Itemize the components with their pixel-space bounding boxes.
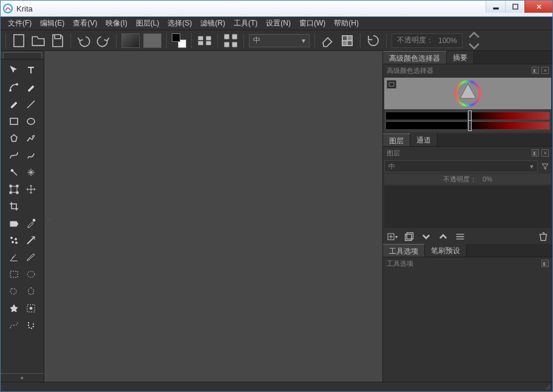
svg-point-26 — [33, 219, 35, 221]
transform-tool[interactable] — [7, 182, 21, 197]
color-selector-menu-icon[interactable] — [387, 80, 396, 89]
minimize-button[interactable] — [486, 1, 505, 13]
menu-edit[interactable]: 编辑(E) — [36, 17, 68, 30]
dynamic-brush-tool[interactable] — [7, 165, 21, 180]
move-layer-tool[interactable] — [24, 182, 38, 197]
menu-filter[interactable]: 滤镜(R) — [197, 17, 229, 30]
color-selector[interactable] — [384, 78, 551, 132]
undo-button[interactable] — [76, 33, 92, 49]
menu-tools[interactable]: 工具(T) — [230, 17, 261, 30]
filter-icon[interactable] — [540, 161, 551, 172]
duplicate-layer-button[interactable] — [404, 231, 415, 242]
bezier-select-tool[interactable] — [7, 318, 21, 333]
svg-point-28 — [15, 238, 17, 240]
fill-tool[interactable] — [7, 216, 21, 231]
float-panel-button[interactable]: ◧ — [541, 260, 549, 267]
toolbox-tab[interactable] — [1, 51, 44, 59]
reload-preset-button[interactable] — [365, 33, 381, 49]
resize-grip-icon[interactable] — [544, 383, 551, 390]
opacity-stepper[interactable] — [466, 33, 482, 49]
menu-layer[interactable]: 图层(L) — [132, 17, 163, 30]
save-button[interactable] — [50, 33, 66, 49]
tab-overview[interactable]: 摘要 — [447, 51, 474, 64]
move-tool[interactable] — [7, 63, 21, 78]
ellipse-select-tool[interactable] — [24, 267, 38, 282]
tab-layers[interactable]: 图层 — [383, 133, 410, 146]
close-button[interactable] — [524, 1, 552, 13]
rectangle-tool[interactable] — [7, 114, 21, 129]
menu-select[interactable]: 选择(S) — [164, 17, 195, 30]
ellipse-tool[interactable] — [24, 114, 38, 129]
layer-up-button[interactable] — [438, 231, 449, 242]
workspace-button[interactable] — [223, 33, 239, 49]
tab-brush-presets[interactable]: 笔刷预设 — [425, 244, 467, 257]
main-toolbar: 中▾ 不透明度： 100% — [1, 30, 552, 51]
assistant-tool[interactable] — [7, 250, 21, 265]
fg-bg-color[interactable] — [172, 33, 186, 48]
edit-shapes-tool[interactable] — [7, 80, 21, 95]
gradient-tool[interactable] — [24, 233, 38, 248]
layer-list[interactable] — [384, 186, 551, 228]
line-tool[interactable] — [24, 97, 38, 112]
polyline-tool[interactable] — [24, 131, 38, 146]
rect-select-tool[interactable] — [7, 267, 21, 282]
similar-select-tool[interactable] — [24, 301, 38, 316]
color-triangle-icon[interactable] — [455, 80, 481, 107]
menu-window[interactable]: 窗口(W) — [296, 17, 329, 30]
svg-point-16 — [16, 84, 18, 86]
bezier-tool[interactable] — [7, 148, 21, 163]
canvas-area[interactable]: ⋮ — [44, 51, 382, 382]
alpha-lock-button[interactable] — [339, 33, 355, 49]
layer-down-button[interactable] — [421, 231, 432, 242]
close-panel-button[interactable]: ✕ — [541, 149, 549, 157]
svg-rect-23 — [10, 192, 12, 194]
layer-properties-button[interactable] — [455, 231, 466, 242]
brush-preset-dropdown[interactable]: 中▾ — [249, 34, 310, 47]
float-panel-button[interactable]: ◧ — [532, 67, 539, 74]
svg-rect-21 — [10, 185, 12, 187]
maximize-button[interactable] — [505, 1, 524, 13]
eraser-mode-button[interactable] — [320, 33, 336, 49]
open-file-button[interactable] — [30, 33, 46, 49]
magnetic-select-tool[interactable] — [24, 318, 38, 333]
tool-options-body — [383, 269, 552, 382]
freehand-select-tool[interactable] — [7, 284, 21, 299]
menu-view[interactable]: 查看(V) — [69, 17, 101, 30]
close-panel-button[interactable]: ✕ — [541, 67, 549, 74]
tab-advanced-color[interactable]: 高级颜色选择器 — [383, 51, 447, 64]
tab-tool-options[interactable]: 工具选项 — [383, 244, 425, 257]
svg-rect-2 — [513, 4, 518, 9]
measure-tool[interactable] — [24, 250, 38, 265]
freehand-path-tool[interactable] — [24, 148, 38, 163]
gradient-swatch-1[interactable] — [121, 33, 140, 48]
new-file-button[interactable] — [11, 33, 27, 49]
calligraphy-tool[interactable] — [24, 80, 38, 95]
polygon-tool[interactable] — [7, 131, 21, 146]
polygon-select-tool[interactable] — [24, 284, 38, 299]
blend-mode-dropdown[interactable]: 中▾ — [384, 160, 538, 172]
dock-grip-icon[interactable]: ⋮ — [46, 217, 52, 222]
delete-layer-button[interactable] — [538, 231, 549, 242]
multibrush-tool[interactable] — [24, 165, 38, 180]
contiguous-select-tool[interactable] — [7, 301, 21, 316]
crop-tool[interactable] — [7, 199, 21, 214]
svg-rect-6 — [198, 41, 203, 44]
menu-file[interactable]: 文件(F) — [4, 17, 35, 30]
menu-image[interactable]: 映像(I) — [102, 17, 131, 30]
color-picker-tool[interactable] — [24, 216, 38, 231]
tab-channels[interactable]: 通道 — [410, 133, 438, 146]
color-panel-title: 高级颜色选择器 — [387, 66, 433, 75]
menu-help[interactable]: 帮助(H) — [330, 17, 362, 30]
toolbox-collapse[interactable]: ▾ — [1, 373, 44, 382]
menu-settings[interactable]: 设置(N) — [262, 17, 294, 30]
opacity-control[interactable]: 不透明度： 100% — [392, 33, 463, 48]
redo-button[interactable] — [95, 33, 111, 49]
mirror-x-button[interactable] — [197, 33, 212, 49]
brush-tool[interactable] — [7, 97, 21, 112]
pattern-tool[interactable] — [7, 233, 21, 248]
float-panel-button[interactable]: ◧ — [532, 149, 539, 157]
text-tool[interactable] — [24, 63, 38, 78]
layer-opacity-slider[interactable]: 不透明度： 0% — [384, 174, 551, 184]
gradient-swatch-2[interactable] — [143, 33, 161, 48]
add-layer-button[interactable]: ▾ — [387, 231, 398, 242]
